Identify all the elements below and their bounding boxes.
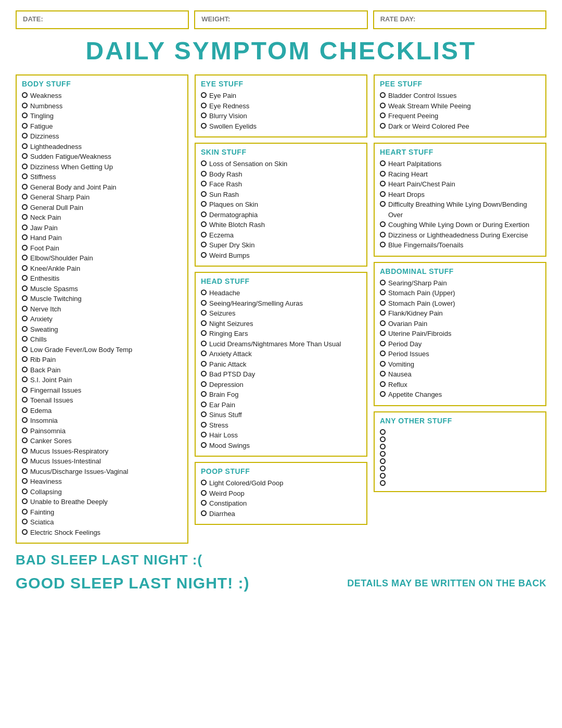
list-item[interactable]: Uterine Pain/Fibroids xyxy=(380,329,540,339)
checkbox-circle[interactable] xyxy=(22,103,28,108)
list-item[interactable]: Dizziness xyxy=(22,131,182,142)
list-item[interactable]: Fatigue xyxy=(22,121,182,132)
list-item[interactable]: Mucus/Discharge Issues-Vaginal xyxy=(22,467,182,477)
list-item[interactable]: Muscle Twitching xyxy=(22,294,182,304)
checkbox-circle[interactable] xyxy=(22,336,28,342)
checkbox-circle[interactable] xyxy=(22,519,28,524)
list-item[interactable]: Chills xyxy=(22,334,182,345)
list-item[interactable]: Searing/Sharp Pain xyxy=(380,278,540,288)
checkbox-circle[interactable] xyxy=(22,275,28,281)
list-item[interactable]: Heart Drops xyxy=(380,190,540,200)
checkbox-circle[interactable] xyxy=(201,310,207,316)
list-item[interactable]: Eczema xyxy=(201,230,361,241)
list-item[interactable]: Stiffness xyxy=(22,172,182,182)
checkbox-circle[interactable] xyxy=(380,280,386,285)
checkbox-circle[interactable] xyxy=(22,204,28,210)
checkbox-circle[interactable] xyxy=(380,160,386,166)
checkbox-circle[interactable] xyxy=(201,411,207,417)
checkbox-circle[interactable] xyxy=(201,391,207,397)
checkbox-circle[interactable] xyxy=(380,451,386,457)
checkbox-circle[interactable] xyxy=(22,498,28,504)
list-item[interactable] xyxy=(380,449,540,457)
checkbox-circle[interactable] xyxy=(201,350,207,356)
checkbox-circle[interactable] xyxy=(380,92,386,98)
checkbox-circle[interactable] xyxy=(22,478,28,484)
list-item[interactable]: Heart Palpitations xyxy=(380,159,540,169)
checkbox-circle[interactable] xyxy=(380,320,386,326)
checkbox-circle[interactable] xyxy=(22,316,28,321)
checkbox-circle[interactable] xyxy=(201,232,207,237)
checkbox-circle[interactable] xyxy=(22,367,28,372)
checkbox-circle[interactable] xyxy=(201,381,207,387)
list-item[interactable]: Heart Pain/Chest Pain xyxy=(380,179,540,190)
list-item[interactable]: Stomach Pain (Upper) xyxy=(380,288,540,298)
list-item[interactable]: Stomach Pain (Lower) xyxy=(380,298,540,309)
checkbox-circle[interactable] xyxy=(380,181,386,186)
checkbox-circle[interactable] xyxy=(201,92,207,98)
checkbox-circle[interactable] xyxy=(201,191,207,197)
list-item[interactable]: Panic Attack xyxy=(201,359,361,370)
list-item[interactable]: Foot Pain xyxy=(22,243,182,254)
list-item[interactable]: Plaques on Skin xyxy=(201,199,361,210)
checkbox-circle[interactable] xyxy=(380,391,386,397)
checkbox-circle[interactable] xyxy=(22,92,28,98)
checkbox-circle[interactable] xyxy=(22,224,28,230)
checkbox-circle[interactable] xyxy=(201,490,207,496)
checkbox-circle[interactable] xyxy=(380,112,386,118)
checkbox-circle[interactable] xyxy=(201,442,207,448)
list-item[interactable]: Flank/Kidney Pain xyxy=(380,308,540,319)
rate-day-field[interactable]: RATE DAY: xyxy=(373,10,546,29)
list-item[interactable]: Collapsing xyxy=(22,487,182,497)
checkbox-circle[interactable] xyxy=(201,103,207,108)
checkbox-circle[interactable] xyxy=(22,509,28,514)
list-item[interactable]: Fingernail Issues xyxy=(22,385,182,396)
checkbox-circle[interactable] xyxy=(22,417,28,423)
list-item[interactable]: Toenail Issues xyxy=(22,395,182,406)
list-item[interactable]: Hair Loss xyxy=(201,430,361,441)
list-item[interactable]: Canker Sores xyxy=(22,436,182,446)
checkbox-circle[interactable] xyxy=(22,265,28,271)
checkbox-circle[interactable] xyxy=(22,173,28,179)
list-item[interactable] xyxy=(380,479,540,486)
list-item[interactable]: Reflux xyxy=(380,380,540,390)
checkbox-circle[interactable] xyxy=(201,300,207,306)
list-item[interactable]: Period Issues xyxy=(380,349,540,359)
list-item[interactable]: General Dull Pain xyxy=(22,203,182,213)
checkbox-circle[interactable] xyxy=(380,123,386,129)
checkbox-circle[interactable] xyxy=(380,171,386,177)
checkbox-circle[interactable] xyxy=(380,361,386,367)
list-item[interactable] xyxy=(380,464,540,471)
list-item[interactable] xyxy=(380,457,540,464)
list-item[interactable]: Coughing While Lying Down or During Exer… xyxy=(380,220,540,230)
checkbox-circle[interactable] xyxy=(22,285,28,291)
list-item[interactable]: Jaw Pain xyxy=(22,223,182,233)
checkbox-circle[interactable] xyxy=(201,330,207,336)
list-item[interactable]: Appetite Changes xyxy=(380,390,540,400)
list-item[interactable] xyxy=(380,428,540,435)
list-item[interactable]: Seeing/Hearing/Smelling Auras xyxy=(201,298,361,309)
checkbox-circle[interactable] xyxy=(201,112,207,118)
list-item[interactable]: General Sharp Pain xyxy=(22,192,182,203)
list-item[interactable]: Dermatographia xyxy=(201,210,361,220)
list-item[interactable]: Constipation xyxy=(201,498,361,509)
checkbox-circle[interactable] xyxy=(22,376,28,382)
checkbox-circle[interactable] xyxy=(201,422,207,428)
checkbox-circle[interactable] xyxy=(22,164,28,169)
checkbox-circle[interactable] xyxy=(22,255,28,260)
checkbox-circle[interactable] xyxy=(22,437,28,443)
checkbox-circle[interactable] xyxy=(22,458,28,463)
list-item[interactable]: Hand Pain xyxy=(22,233,182,243)
checkbox-circle[interactable] xyxy=(201,242,207,247)
list-item[interactable]: S.I. Joint Pain xyxy=(22,375,182,385)
list-item[interactable]: Ear Pain xyxy=(201,400,361,410)
list-item[interactable]: Blue Fingernails/Toenails xyxy=(380,240,540,250)
list-item[interactable]: Anxiety Attack xyxy=(201,349,361,359)
list-item[interactable]: Ovarian Pain xyxy=(380,319,540,329)
checkbox-circle[interactable] xyxy=(380,436,386,442)
checkbox-circle[interactable] xyxy=(201,401,207,407)
list-item[interactable]: Rib Pain xyxy=(22,355,182,365)
list-item[interactable] xyxy=(380,442,540,449)
list-item[interactable]: Back Pain xyxy=(22,365,182,375)
list-item[interactable]: Sciatica xyxy=(22,517,182,528)
list-item[interactable]: Weakness xyxy=(22,91,182,101)
